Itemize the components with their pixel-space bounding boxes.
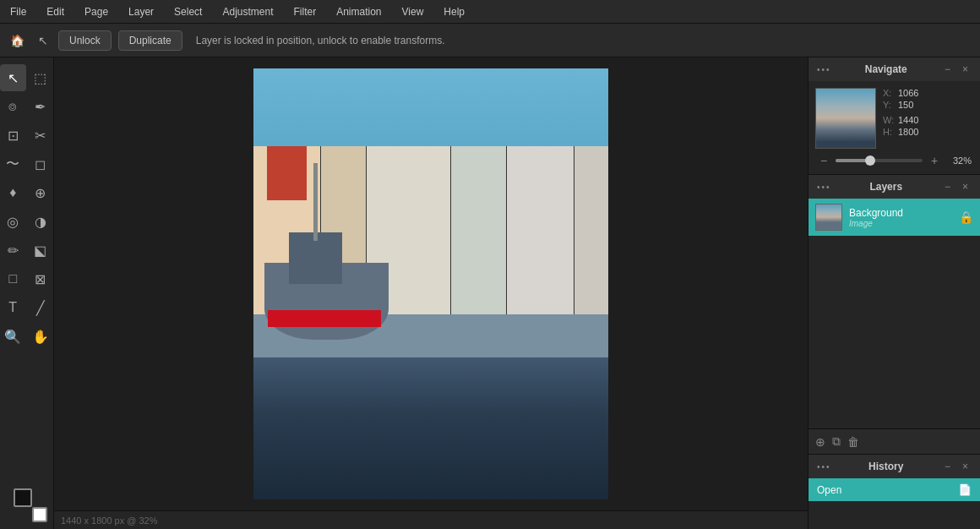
foreground-color[interactable] <box>14 488 32 507</box>
delete-layer-button[interactable]: 🗑 <box>847 435 859 449</box>
layers-menu-dots[interactable]: ••• <box>817 183 831 192</box>
layers-minimize[interactable]: − <box>941 180 954 194</box>
status-text: 1440 x 1800 px @ 32% <box>61 515 158 526</box>
h-value: 1800 <box>898 127 918 137</box>
cut-tool[interactable]: ✂ <box>28 122 54 149</box>
duplicate-button[interactable]: Duplicate <box>118 30 182 51</box>
right-panel: ••• Navigate − × X: 1066 <box>808 57 980 529</box>
navigate-panel: ••• Navigate − × X: 1066 <box>808 57 980 175</box>
select-tool[interactable]: ↖ <box>0 64 26 91</box>
history-item-icon: 📄 <box>958 483 972 496</box>
x-value: 1066 <box>898 88 918 98</box>
hand-tool[interactable]: ✋ <box>28 323 54 350</box>
layer-name: Background <box>849 207 952 219</box>
brush-tool[interactable]: 〜 <box>0 150 26 177</box>
navigate-header: ••• Navigate − × <box>808 57 980 81</box>
heal-tool[interactable]: ♦ <box>0 179 26 206</box>
history-panel: ••• History − × Open 📄 <box>808 455 980 529</box>
layers-close[interactable]: × <box>959 180 972 194</box>
mask-tool[interactable]: ⊠ <box>28 265 54 292</box>
x-label: X: <box>883 88 895 98</box>
paint-bucket-tool[interactable]: ⬕ <box>28 237 54 264</box>
duplicate-layer-button[interactable]: ⧉ <box>832 434 841 449</box>
marquee-tool[interactable]: ⬚ <box>28 64 54 91</box>
menu-filter[interactable]: Filter <box>290 4 319 19</box>
lock-icon: 🔒 <box>959 210 973 224</box>
clone-tool[interactable]: ⊕ <box>28 179 54 206</box>
layers-header: ••• Layers − × <box>808 175 980 199</box>
home-icon[interactable]: 🏠 <box>7 30 28 51</box>
unlock-button[interactable]: Unlock <box>58 30 112 51</box>
status-bar: 1440 x 1800 px @ 32% <box>54 510 808 529</box>
menu-page[interactable]: Page <box>81 4 112 19</box>
navigate-close[interactable]: × <box>959 63 972 76</box>
menu-animation[interactable]: Animation <box>333 4 384 19</box>
layers-footer: ⊕ ⧉ 🗑 <box>808 428 980 454</box>
menu-edit[interactable]: Edit <box>43 4 68 19</box>
h-label: H: <box>883 127 895 137</box>
history-close[interactable]: × <box>959 460 972 473</box>
history-content: Open 📄 <box>808 478 980 529</box>
layers-content: Background Image 🔒 <box>808 199 980 428</box>
menu-help[interactable]: Help <box>440 4 468 19</box>
layer-type: Image <box>849 219 952 228</box>
cursor-icon[interactable]: ↖ <box>35 30 52 51</box>
text-tool[interactable]: T <box>0 294 26 321</box>
menu-layer[interactable]: Layer <box>125 4 157 19</box>
toolbar: 🏠 ↖ Unlock Duplicate Layer is locked in … <box>0 24 980 57</box>
zoom-in-button[interactable]: + <box>928 154 941 167</box>
zoom-tool[interactable]: 🔍 <box>0 323 26 350</box>
zoom-out-button[interactable]: − <box>817 154 830 167</box>
zoom-control: − + 32% <box>815 154 973 167</box>
menu-select[interactable]: Select <box>171 4 205 19</box>
w-label: W: <box>883 115 895 125</box>
canvas-wrapper[interactable] <box>54 57 808 510</box>
add-layer-button[interactable]: ⊕ <box>815 435 825 449</box>
transform-tool[interactable]: ⊡ <box>0 122 26 149</box>
nav-thumbnail[interactable] <box>815 88 876 149</box>
menu-file[interactable]: File <box>7 4 30 19</box>
history-menu-dots[interactable]: ••• <box>817 462 831 472</box>
menu-adjustment[interactable]: Adjustment <box>219 4 276 19</box>
dodge-tool[interactable]: ◑ <box>28 208 54 235</box>
layers-title: Layers <box>869 181 902 193</box>
layer-item-background[interactable]: Background Image 🔒 <box>808 199 980 236</box>
history-item-label: Open <box>817 484 951 496</box>
layer-info: Background Image <box>849 207 952 228</box>
layers-panel: ••• Layers − × Background Image 🔒 <box>808 175 980 455</box>
scratch-tool[interactable]: ╱ <box>28 294 54 321</box>
color-swatches[interactable] <box>14 488 41 515</box>
background-color[interactable] <box>32 507 47 522</box>
canvas-area: 1440 x 1800 px @ 32% <box>54 57 808 529</box>
history-title: History <box>868 461 903 472</box>
pen-tool[interactable]: ✏ <box>0 237 26 264</box>
zoom-slider[interactable] <box>836 159 923 162</box>
navigate-menu-dots[interactable]: ••• <box>817 65 831 74</box>
history-item-open[interactable]: Open 📄 <box>808 478 980 501</box>
zoom-percent: 32% <box>946 155 972 166</box>
y-label: Y: <box>883 100 895 110</box>
canvas-image[interactable] <box>253 68 608 499</box>
y-value: 150 <box>898 100 913 110</box>
eyedropper-tool[interactable]: ✒ <box>28 93 54 120</box>
history-header: ••• History − × <box>808 455 980 478</box>
layer-thumbnail <box>815 204 842 231</box>
eraser-tool[interactable]: ◻ <box>28 150 54 177</box>
navigate-minimize[interactable]: − <box>941 63 954 76</box>
navigate-content: X: 1066 Y: 150 W: 1440 H: <box>808 81 980 174</box>
menu-bar: File Edit Page Layer Select Adjustment F… <box>0 0 980 24</box>
navigate-title: Navigate <box>865 63 907 75</box>
lasso-tool[interactable]: ⌾ <box>0 93 26 120</box>
w-value: 1440 <box>898 115 918 125</box>
main-area: ↖ ⬚ ⌾ ✒ ⊡ ✂ 〜 ◻ ♦ ⊕ ◎ ◑ ✏ ⬕ □ ⊠ <box>0 57 980 529</box>
tool-panel: ↖ ⬚ ⌾ ✒ ⊡ ✂ 〜 ◻ ♦ ⊕ ◎ ◑ ✏ ⬕ □ ⊠ <box>0 57 54 529</box>
shape-tool[interactable]: □ <box>0 265 26 292</box>
toolbar-message: Layer is locked in position, unlock to e… <box>196 35 445 46</box>
nav-coordinates: X: 1066 Y: 150 W: 1440 H: <box>883 88 918 137</box>
history-minimize[interactable]: − <box>941 460 954 473</box>
menu-view[interactable]: View <box>399 4 427 19</box>
sharpen-tool[interactable]: ◎ <box>0 208 26 235</box>
